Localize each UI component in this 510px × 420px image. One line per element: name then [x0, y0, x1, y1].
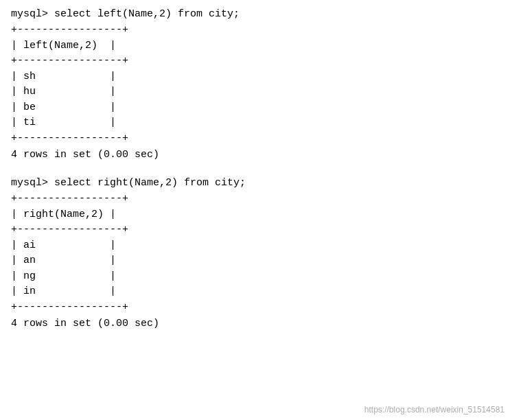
query-block-2: mysql> select right(Name,2) from city; +… — [11, 177, 499, 329]
table-1: +-----------------+ | left(Name,2) | +--… — [11, 23, 499, 146]
watermark: https://blog.csdn.net/weixin_51514581 — [364, 405, 505, 415]
result-2: 4 rows in set (0.00 sec) — [11, 318, 499, 329]
table-2: +-----------------+ | right(Name,2) | +-… — [11, 191, 499, 315]
result-1: 4 rows in set (0.00 sec) — [11, 149, 499, 161]
query-block-1: mysql> select left(Name,2) from city; +-… — [11, 8, 499, 161]
command-2: mysql> select right(Name,2) from city; — [11, 177, 499, 189]
command-1: mysql> select left(Name,2) from city; — [11, 8, 499, 20]
terminal-container: mysql> select left(Name,2) from city; +-… — [11, 8, 499, 329]
